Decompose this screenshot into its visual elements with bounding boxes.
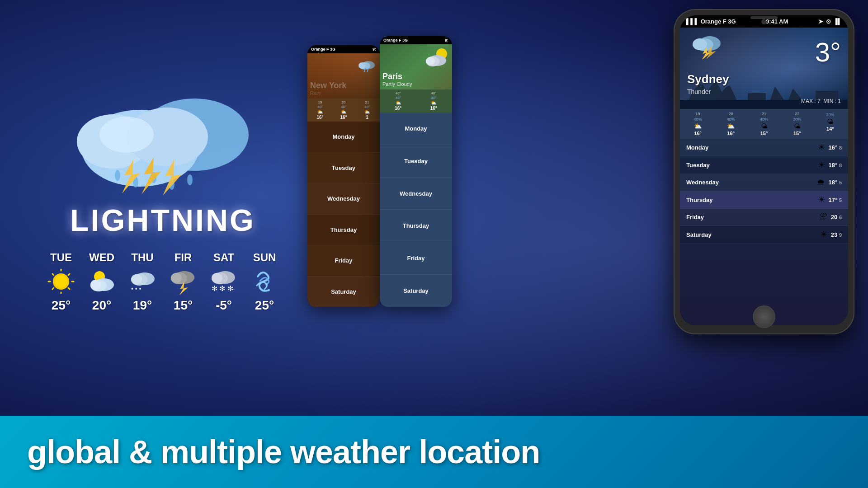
ny-time: 9: <box>373 47 376 52</box>
svg-point-54 <box>693 38 707 50</box>
paris-screen: Orange F 3G 9: Paris Partly Cloudy 40°40… <box>380 36 452 307</box>
paris-time: 9: <box>445 38 448 42</box>
location-icon: ➤ <box>818 18 823 25</box>
forecast-thu: THU • • • 19° <box>127 251 158 313</box>
sun-label: SUN <box>253 251 276 264</box>
tue-label: TUE <box>50 251 72 264</box>
forecast-row: TUE 25° WED <box>45 251 280 313</box>
svg-point-5 <box>99 117 154 153</box>
paris-carrier: Orange F 3G <box>383 38 408 42</box>
ny-day-monday: Monday <box>307 122 380 153</box>
battery-icon: ▐▌ <box>834 18 842 25</box>
sat-label: SAT <box>213 251 234 264</box>
thu-label: THU <box>131 251 153 264</box>
hourly-21: 21 40% 🌤 15° <box>748 112 780 136</box>
daily-list: Monday ☀ 16° 8 Tuesday ☀ 18° 8 <box>680 139 848 325</box>
sun-temp: 25° <box>255 298 274 313</box>
paris-hourly: 40°40°⛅16° 40°40°⛅16° <box>380 89 452 113</box>
bottom-banner: global & multiple weather location <box>0 416 868 488</box>
svg-text:✻ ✻ ✻: ✻ ✻ ✻ <box>212 285 233 292</box>
main-weather-icon <box>68 71 258 198</box>
paris-day-friday: Friday <box>380 242 452 275</box>
daily-thursday: Thursday ☀ 17° 5 <box>680 191 848 209</box>
daily-tuesday: Tuesday ☀ 18° 8 <box>680 156 848 174</box>
daily-saturday: Saturday ☀ 23 9 <box>680 226 848 244</box>
paris-days-list: Monday Tuesday Wednesday Thursday Friday… <box>380 113 452 307</box>
ny-carrier: Orange F 3G <box>311 47 335 52</box>
ny-header: New York Rain <box>307 53 380 99</box>
carrier-name: Orange F 3G <box>701 18 736 25</box>
svg-point-34 <box>171 273 182 283</box>
home-button[interactable] <box>753 305 775 328</box>
sydney-city-name: Sydney <box>687 72 729 86</box>
speaker-grille <box>750 16 778 19</box>
paris-day-monday: Monday <box>380 113 452 145</box>
signal-icon: ▌▌▌ <box>686 18 699 25</box>
svg-line-20 <box>52 274 54 275</box>
sat-icon: ✻ ✻ ✻ <box>208 267 240 295</box>
svg-point-30 <box>131 274 142 284</box>
ny-day-friday: Friday <box>307 245 380 277</box>
settings-icon: ⊙ <box>826 18 831 25</box>
svg-text:• • •: • • • <box>131 285 142 292</box>
sun-icon-wind <box>249 267 280 295</box>
wed-label: WED <box>89 251 114 264</box>
sat-temp: -5° <box>216 298 232 313</box>
svg-line-21 <box>68 288 70 289</box>
paris-day-tuesday: Tuesday <box>380 145 452 178</box>
paris-day-thursday: Thursday <box>380 210 452 242</box>
phone-new-york: Orange F 3G 9: New York Rain 1940°⛅16° 2… <box>307 45 380 307</box>
hourly-20: 20 40% ⛅ 16° <box>715 112 747 136</box>
svg-point-27 <box>90 280 101 290</box>
phone-paris: Orange F 3G 9: Paris Partly Cloudy 40°40… <box>380 36 452 307</box>
phone-sydney: ▌▌▌ Orange F 3G 9:41 AM ➤ ⊙ ▐▌ <box>674 9 854 334</box>
ny-days-list: Monday Tuesday Wednesday Thursday Friday… <box>307 122 380 307</box>
thu-temp: 19° <box>133 298 152 313</box>
ny-day-thursday: Thursday <box>307 215 380 246</box>
hourly-19: 19 40% ⛅ 16° <box>682 112 714 136</box>
forecast-sat: SAT ✻ ✻ ✻ -5° <box>208 251 240 313</box>
sydney-condition: Thunder <box>687 88 711 95</box>
svg-point-48 <box>426 57 435 65</box>
fir-icon <box>167 267 199 295</box>
wed-temp: 20° <box>92 298 111 313</box>
forecast-fir: FIR 15° <box>167 251 199 313</box>
paris-condition: Partly Cloudy <box>382 81 449 87</box>
status-left: ▌▌▌ Orange F 3G <box>686 18 736 25</box>
tue-temp: 25° <box>52 298 71 313</box>
svg-point-15 <box>55 275 67 288</box>
thu-icon: • • • <box>127 267 158 295</box>
sydney-max-min: MAX : 7 MIN : 1 <box>801 98 841 104</box>
ny-day-saturday: Saturday <box>307 277 380 308</box>
daily-monday: Monday ☀ 16° 8 <box>680 139 848 156</box>
ny-hourly: 1940°⛅16° 2040°⛅16° 2140°⛅1 <box>307 99 380 122</box>
paris-header: Paris Partly Cloudy <box>380 44 452 89</box>
sydney-temp: 3° <box>815 37 841 68</box>
ny-screen: Orange F 3G 9: New York Rain 1940°⛅16° 2… <box>307 45 380 307</box>
svg-line-22 <box>68 274 70 275</box>
paris-status-bar: Orange F 3G 9: <box>380 36 452 44</box>
sydney-screen: ▌▌▌ Orange F 3G 9:41 AM ➤ ⊙ ▐▌ <box>680 15 848 325</box>
sydney-header: 3° Sydney Thunder MAX : 7 MIN : 1 <box>680 28 848 109</box>
paris-city-name: Paris <box>382 72 449 81</box>
ny-status-bar: Orange F 3G 9: <box>307 45 380 53</box>
sydney-weather-icon <box>687 32 723 64</box>
svg-point-42 <box>359 62 366 69</box>
svg-point-10 <box>187 174 193 185</box>
banner-text: global & multiple weather location <box>27 433 540 470</box>
status-right: ➤ ⊙ ▐▌ <box>818 18 842 25</box>
left-section: LIGHTNING TUE 25° WED <box>18 0 307 384</box>
fir-temp: 15° <box>174 298 193 313</box>
svg-point-38 <box>212 273 222 283</box>
hourly-strip: 19 40% ⛅ 16° 20 40% ⛅ 16° 21 40% 🌤 15° <box>680 109 848 139</box>
wed-icon <box>86 267 118 295</box>
sydney-content: 3° Sydney Thunder MAX : 7 MIN : 1 19 40%… <box>680 28 848 325</box>
daily-friday: Friday ⛈ 20 6 <box>680 209 848 226</box>
forecast-wed: WED 20° <box>86 251 118 313</box>
fir-label: FIR <box>175 251 192 264</box>
forecast-tue: TUE 25° <box>45 251 77 313</box>
hourly-22: 22 30% 🌤 15° <box>781 112 813 136</box>
status-time: 9:41 AM <box>766 18 788 25</box>
tue-icon <box>45 267 77 295</box>
svg-line-23 <box>52 288 54 289</box>
